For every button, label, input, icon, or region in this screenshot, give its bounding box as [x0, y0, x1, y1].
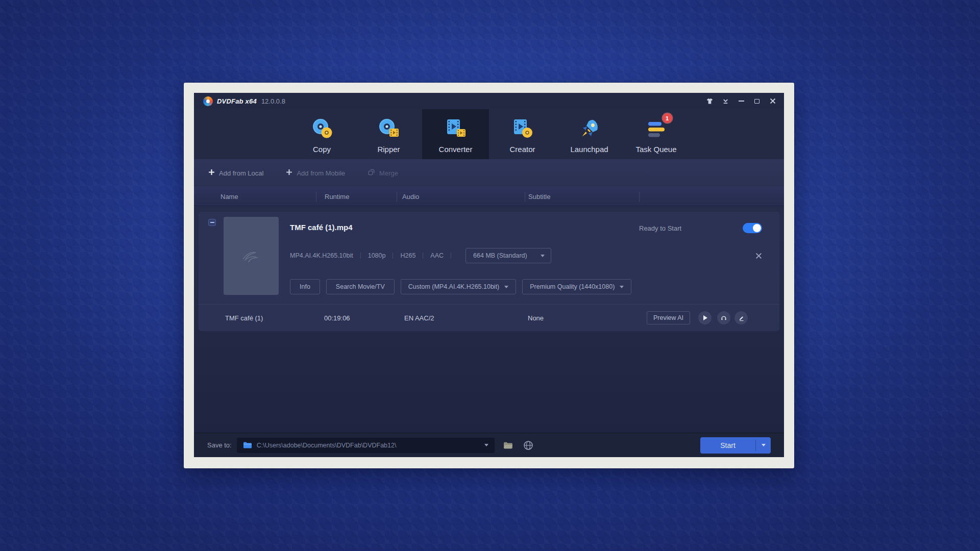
nav-item-launchpad[interactable]: Launchpad	[556, 109, 623, 159]
edit-pen-icon	[738, 315, 745, 321]
column-header-audio: Audio	[402, 193, 419, 201]
folder-icon	[243, 441, 252, 449]
app-logo-icon	[203, 96, 213, 106]
start-options-button[interactable]	[756, 437, 771, 454]
close-icon[interactable]	[769, 97, 777, 105]
save-to-label: Save to:	[207, 441, 232, 449]
meta-divider	[393, 253, 393, 259]
save-path-value: C:\Users\adobe\Documents\DVDFab\DVDFab12…	[257, 442, 480, 449]
browse-folder-button[interactable]	[502, 439, 514, 452]
minimize-icon[interactable]	[737, 97, 745, 105]
nav-item-ripper[interactable]: Ripper	[355, 109, 422, 159]
add-from-mobile-button[interactable]: Add from Mobile	[286, 169, 345, 177]
collapse-row-icon[interactable]	[208, 219, 216, 226]
play-preview-button[interactable]	[698, 311, 712, 324]
nav-label: Task Queue	[635, 145, 676, 154]
merge-icon	[368, 168, 375, 178]
merge-label: Merge	[379, 169, 398, 177]
file-name: TMF café (1).mp4	[290, 223, 353, 232]
title-subtitle: None	[528, 314, 544, 322]
preview-ai-button[interactable]: Preview AI	[647, 311, 690, 324]
chevron-down-icon	[762, 444, 766, 446]
nav-label: Ripper	[377, 145, 400, 154]
column-divider	[397, 192, 397, 202]
column-divider	[316, 192, 316, 202]
plus-icon	[208, 169, 215, 177]
launchpad-rocket-icon	[577, 117, 602, 141]
info-button[interactable]: Info	[290, 279, 320, 294]
nav-item-creator[interactable]: Creator	[489, 109, 556, 159]
start-button[interactable]: Start	[700, 437, 755, 454]
column-header-name: Name	[220, 193, 238, 201]
merge-button[interactable]: Merge	[368, 168, 398, 178]
nav-label: Copy	[313, 145, 331, 154]
save-path-field[interactable]: C:\Users\adobe\Documents\DVDFab\DVDFab12…	[237, 438, 495, 453]
enable-toggle[interactable]	[743, 223, 762, 233]
nav-item-converter[interactable]: Converter	[422, 109, 489, 159]
add-from-local-button[interactable]: Add from Local	[208, 169, 263, 177]
audio-codec-text: AAC	[430, 252, 444, 259]
video-thumbnail	[224, 217, 279, 295]
source-toolbar: Add from Local Add from Mobile Merge	[194, 159, 784, 187]
column-header-runtime: Runtime	[325, 193, 349, 201]
title-name: TMF café (1)	[225, 314, 263, 322]
chevron-down-icon	[541, 255, 545, 257]
play-icon	[703, 315, 707, 320]
nav-label: Launchpad	[570, 145, 608, 154]
titlebar: DVDFab x64 12.0.0.8	[194, 93, 784, 109]
creator-icon	[510, 117, 535, 141]
file-card: TMF café (1).mp4 Ready to Start MP4.AI.4…	[199, 212, 779, 331]
skin-shirt-icon[interactable]	[705, 97, 714, 105]
output-size-dropdown[interactable]: 664 MB (Standard)	[465, 248, 551, 263]
nav-label: Creator	[509, 145, 535, 154]
chevron-down-icon	[504, 286, 508, 288]
ripper-icon	[377, 117, 401, 141]
video-codec-text: H265	[400, 252, 415, 259]
task-queue-icon: 1	[644, 117, 669, 141]
profile-text: MP4.AI.4K.H265.10bit	[290, 252, 353, 259]
file-list-area: TMF café (1).mp4 Ready to Start MP4.AI.4…	[194, 206, 784, 433]
footer-bar: Save to: C:\Users\adobe\Documents\DVDFab…	[194, 433, 784, 457]
app-version: 12.0.0.8	[261, 97, 285, 105]
nav-item-copy[interactable]: Copy	[288, 109, 355, 159]
status-text: Ready to Start	[639, 224, 681, 232]
add-from-mobile-label: Add from Mobile	[297, 169, 345, 177]
converter-icon	[444, 117, 468, 141]
open-folder-icon	[503, 441, 513, 449]
meta-divider	[451, 253, 451, 259]
title-detail-row: TMF café (1) 00:19:06 EN AAC/2 None Prev…	[199, 304, 779, 331]
preview-ai-label: Preview AI	[653, 314, 683, 321]
column-divider	[525, 192, 525, 202]
column-divider	[639, 192, 640, 202]
start-button-group: Start	[700, 437, 771, 454]
task-queue-badge: 1	[663, 113, 672, 123]
quality-value: Premium Quality (1440x1080)	[530, 283, 615, 290]
copy-icon	[310, 117, 334, 141]
titlebar-controls	[705, 97, 777, 105]
maximize-icon[interactable]	[753, 97, 761, 105]
nav-label: Converter	[439, 145, 473, 154]
start-label: Start	[720, 441, 736, 449]
plus-icon	[286, 169, 292, 177]
meta-divider	[423, 253, 423, 259]
online-location-button[interactable]	[522, 439, 534, 452]
search-movie-tv-button[interactable]: Search Movie/TV	[326, 279, 395, 294]
column-header-subtitle: Subtitle	[528, 193, 550, 201]
window-content: DVDFab x64 12.0.0.8	[194, 93, 784, 457]
chevron-down-icon[interactable]	[484, 444, 488, 446]
nav-item-task-queue[interactable]: 1 Task Queue	[623, 109, 690, 159]
format-dropdown[interactable]: Custom (MP4.AI.4K.H265.10bit)	[401, 279, 517, 294]
title-runtime: 00:19:06	[324, 314, 350, 322]
table-header: Name Runtime Audio Subtitle	[194, 187, 784, 206]
media-info-row: MP4.AI.4K.H265.10bit 1080p H265 AAC 664 …	[290, 248, 551, 263]
edit-title-button[interactable]	[734, 311, 748, 324]
format-value: Custom (MP4.AI.4K.H265.10bit)	[408, 283, 500, 290]
dvdfab-window: DVDFab x64 12.0.0.8	[184, 83, 794, 468]
audio-settings-button[interactable]	[717, 311, 730, 324]
quality-dropdown[interactable]: Premium Quality (1440x1080)	[522, 279, 631, 294]
remove-file-icon[interactable]	[754, 252, 763, 260]
resolution-text: 1080p	[368, 252, 386, 259]
main-nav: Copy Ripper	[194, 109, 784, 159]
search-movie-tv-label: Search Movie/TV	[336, 283, 385, 290]
collapse-menu-icon[interactable]	[721, 97, 729, 105]
